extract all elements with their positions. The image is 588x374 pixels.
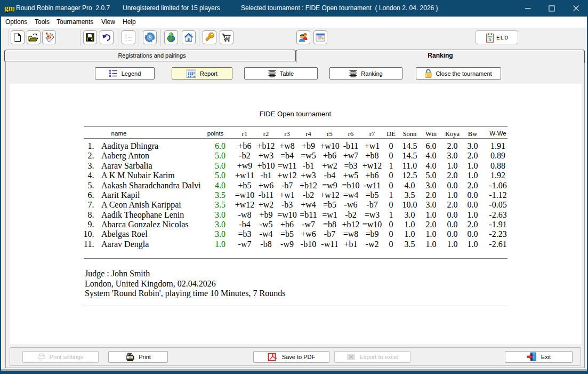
svg-text:gm: gm [4,4,14,12]
svg-text:5: 5 [489,37,492,42]
